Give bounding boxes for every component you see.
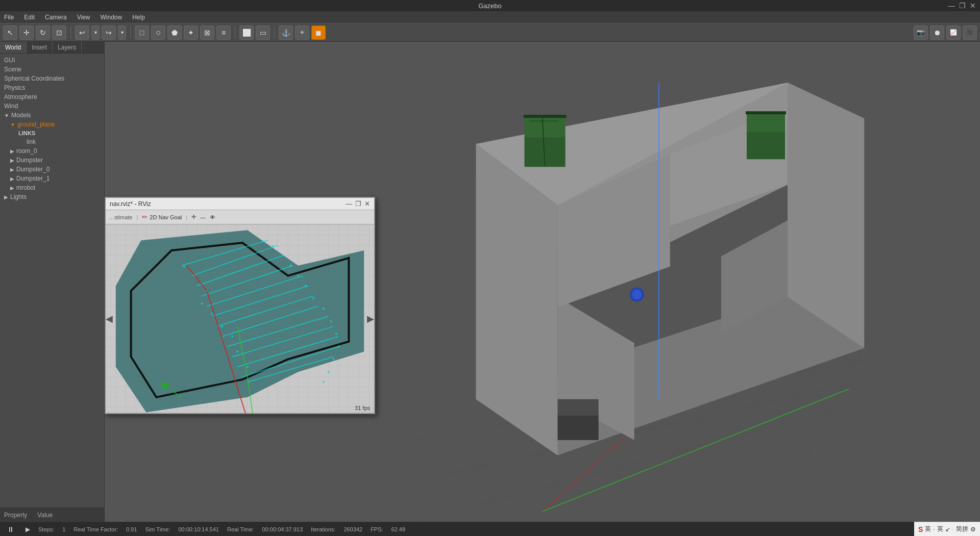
rviz-close-btn[interactable]: ✕	[364, 200, 370, 208]
svg-point-117	[333, 358, 335, 360]
iterations-label: Iterations:	[311, 526, 335, 532]
minimize-button[interactable]: —	[948, 2, 955, 10]
tree-wind[interactable]: Wind	[0, 101, 104, 111]
realtime-factor-label: Real Time Factor:	[74, 526, 118, 532]
tool-video[interactable]: 🎥	[963, 25, 977, 40]
tool-screenshot[interactable]: 📷	[914, 25, 928, 40]
step-button[interactable]: ▶	[26, 526, 30, 533]
rviz-move-icon[interactable]: ✛	[191, 214, 196, 220]
3d-viewport[interactable]: nav.rviz* - RViz — ❐ ✕ …stimate | ✏ 2D N…	[105, 42, 980, 522]
lights-expand-arrow: ▶	[4, 194, 8, 200]
rviz-scroll-right[interactable]: ▶	[367, 313, 374, 324]
tool-record[interactable]: ⏺	[930, 25, 944, 40]
tool-select-arrow[interactable]: ↖	[3, 25, 17, 40]
svg-rect-32	[558, 415, 599, 440]
dumpster-expand-arrow: ▶	[10, 158, 14, 163]
tool-translate[interactable]: ✛	[19, 25, 34, 40]
ime-icon1[interactable]: 英	[937, 525, 943, 533]
tool-undo[interactable]: ↩	[75, 25, 89, 40]
tool-redo[interactable]: ↪	[102, 25, 116, 40]
rviz-pencil-icon: ✏	[142, 213, 148, 221]
tab-insert[interactable]: Insert	[27, 42, 53, 53]
tool-mode-orange[interactable]: ◼	[311, 25, 326, 40]
rviz-restore-btn[interactable]: ❐	[355, 200, 361, 208]
tree-link[interactable]: link	[0, 137, 104, 146]
menu-edit[interactable]: Edit	[22, 13, 37, 22]
tool-redo-dropdown[interactable]: ▾	[118, 25, 126, 40]
menu-help[interactable]: Help	[130, 13, 147, 22]
tool-scale[interactable]: ⊡	[52, 25, 66, 40]
rviz-title-bar[interactable]: nav.rviz* - RViz — ❐ ✕	[106, 198, 374, 210]
tab-world[interactable]: World	[0, 42, 27, 53]
links-header-label: LINKS	[18, 130, 35, 136]
tree-spherical-label: Spherical Coordinates	[4, 75, 64, 82]
tree-gui[interactable]: GUI	[0, 56, 104, 65]
ime-english[interactable]: 英	[925, 525, 931, 533]
iterations-value: 260342	[344, 526, 362, 532]
ime-chinese-simplified[interactable]: 简拼	[956, 525, 968, 533]
tool-light[interactable]: ✦	[184, 25, 198, 40]
rviz-sep2: |	[186, 214, 187, 220]
main-layout: World Insert Layers GUI Scene Spherical …	[0, 42, 980, 522]
tool-select-ellipse[interactable]: ▭	[256, 25, 270, 40]
left-panel: World Insert Layers GUI Scene Spherical …	[0, 42, 105, 522]
menu-file[interactable]: File	[2, 13, 16, 22]
svg-point-100	[201, 302, 203, 304]
svg-point-106	[262, 240, 264, 242]
tool-joint[interactable]: ⌖	[295, 25, 309, 40]
svg-point-104	[236, 351, 238, 353]
tool-mesh[interactable]: ⊠	[200, 25, 214, 40]
tree-atmosphere-label: Atmosphere	[4, 93, 37, 100]
svg-rect-30	[747, 112, 785, 132]
tree-room0[interactable]: ▶ room_0	[0, 146, 104, 156]
tree-mrobot[interactable]: ▶ mrobot	[0, 183, 104, 192]
tool-link[interactable]: ⚓	[279, 25, 293, 40]
svg-point-101	[211, 313, 213, 315]
menu-camera[interactable]: Camera	[43, 13, 69, 22]
separator-2	[130, 27, 131, 39]
restore-button[interactable]: ❐	[959, 2, 966, 10]
tree-atmosphere[interactable]: Atmosphere	[0, 92, 104, 101]
tree-dumpster0[interactable]: ▶ Dumpster_0	[0, 165, 104, 174]
tree-dumpster[interactable]: ▶ Dumpster	[0, 156, 104, 165]
tree-lights[interactable]: ▶ Lights	[0, 192, 104, 201]
tool-cylinder[interactable]: ⬟	[167, 25, 182, 40]
tree-link-label: link	[27, 138, 36, 145]
tool-undo-dropdown[interactable]: ▾	[91, 25, 100, 40]
rviz-eye-icon[interactable]: 👁	[210, 214, 215, 220]
tree-models[interactable]: ▼ Models	[0, 111, 104, 120]
value-header-label: Value	[37, 512, 53, 519]
rviz-minus-icon[interactable]: —	[200, 214, 206, 220]
tree-ground-plane[interactable]: ▼ ground_plane	[0, 120, 104, 129]
tree-physics[interactable]: Physics	[0, 83, 104, 92]
sim-time-value: 00:00:10:14.541	[178, 526, 219, 532]
tree-dumpster1[interactable]: ▶ Dumpster_1	[0, 174, 104, 183]
tool-lines[interactable]: ≡	[216, 25, 231, 40]
rviz-map-area[interactable]: ◀ ▶ 31 fps	[106, 224, 374, 413]
menu-window[interactable]: Window	[99, 13, 125, 22]
pause-button[interactable]: ⏸	[4, 524, 17, 534]
tool-sphere[interactable]: ○	[151, 25, 165, 40]
rviz-scroll-left[interactable]: ◀	[106, 313, 113, 324]
tab-layers[interactable]: Layers	[53, 42, 82, 53]
rviz-title: nav.rviz* - RViz	[110, 200, 151, 208]
tool-box[interactable]: □	[135, 25, 149, 40]
svg-rect-26	[523, 115, 566, 118]
rviz-minimize-btn[interactable]: —	[346, 200, 352, 208]
menu-view[interactable]: View	[75, 13, 92, 22]
rviz-2d-nav-goal[interactable]: ✏ 2D Nav Goal	[142, 213, 182, 221]
tree-wind-label: Wind	[4, 103, 18, 110]
menu-bar: File Edit Camera View Window Help	[0, 11, 980, 23]
tree-scene[interactable]: Scene	[0, 65, 104, 74]
tool-rotate[interactable]: ↻	[36, 25, 50, 40]
real-time-label: Real Time:	[227, 526, 254, 532]
tool-plot[interactable]: 📈	[946, 25, 961, 40]
rviz-estimate-item[interactable]: …stimate	[109, 214, 132, 220]
tool-select-rect[interactable]: ⬜	[239, 25, 254, 40]
close-button[interactable]: ✕	[970, 2, 976, 10]
tree-spherical-coordinates[interactable]: Spherical Coordinates	[0, 74, 104, 83]
tree-dumpster-label: Dumpster	[16, 157, 43, 164]
ime-settings-icon[interactable]: ⚙	[970, 526, 976, 533]
svg-point-107	[272, 245, 274, 247]
ime-logo: S	[918, 525, 923, 533]
